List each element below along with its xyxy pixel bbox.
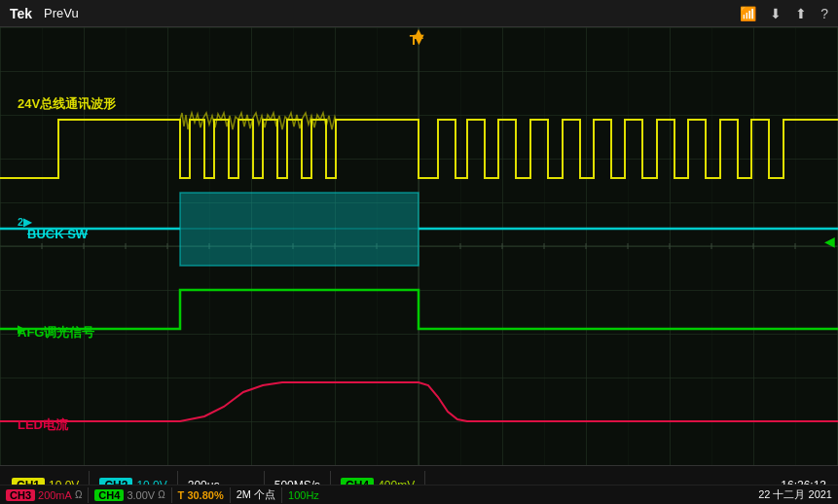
wifi-icon: 📶 <box>740 6 756 21</box>
ch4-sub: Ω <box>158 489 164 500</box>
ch2-label: BUCK SW <box>27 227 88 241</box>
ch3-label: AFG调光信号 <box>18 324 94 342</box>
trigger-pct-section: T 30.80% <box>178 489 224 501</box>
status-bar-row2: CH3 200mA Ω CH4 3.00V Ω T 30.80% 2M 个点 1… <box>0 485 838 504</box>
top-bar-right: 📶 ⬇ ⬆ ? <box>740 6 828 21</box>
divider-r2 <box>171 487 172 503</box>
upload-icon: ⬆ <box>795 6 807 21</box>
trigger-pct: T 30.80% <box>178 489 224 501</box>
svg-text:◀: ◀ <box>824 234 835 249</box>
top-bar-left: Tek PreVu <box>10 6 79 21</box>
points-section: 2M 个点 <box>237 487 275 502</box>
tek-logo: Tek <box>10 6 32 21</box>
ch4-status-row2[interactable]: CH4 3.00V Ω <box>94 489 164 501</box>
points-value: 2M 个点 <box>237 487 275 502</box>
freq-section: 100Hz <box>288 489 319 501</box>
help-icon[interactable]: ? <box>820 6 828 21</box>
date-section: 22 十二月 2021 <box>758 487 832 502</box>
divider-r3 <box>230 487 231 503</box>
ch4-label: LED电流 <box>18 416 68 434</box>
ch1-label: 24V总线通讯波形 <box>18 95 116 113</box>
top-bar: Tek PreVu 📶 ⬇ ⬆ ? <box>0 0 838 27</box>
download-icon: ⬇ <box>770 6 782 21</box>
divider-r1 <box>88 487 89 503</box>
ch3-value: 200mA <box>38 489 72 501</box>
ch3-sub: Ω <box>75 489 82 500</box>
ch4-sub-value: 3.00V <box>127 489 155 501</box>
scope-area: ▼ T 2▶ ◀ <box>0 27 838 465</box>
divider-r4 <box>281 487 282 503</box>
ch3-badge: CH3 <box>6 489 35 501</box>
date-value: 22 十二月 2021 <box>758 487 832 502</box>
freq-value: 100Hz <box>288 489 319 501</box>
ch3-status[interactable]: CH3 200mA Ω <box>6 489 82 501</box>
ch4-badge-row2: CH4 <box>94 489 124 501</box>
prevu-label: PreVu <box>44 6 79 20</box>
waveform-display: T 2▶ ◀ ▶ <box>0 27 838 465</box>
